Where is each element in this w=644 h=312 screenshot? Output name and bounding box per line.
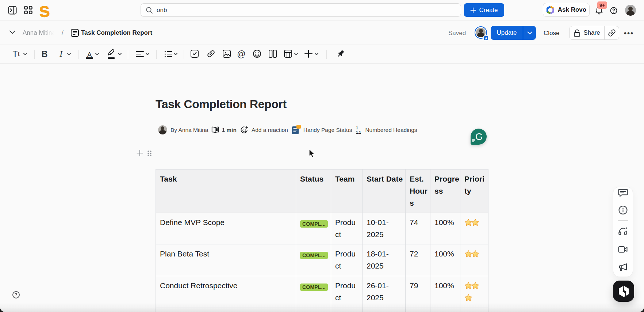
svg-text:1: 1	[356, 126, 358, 130]
svg-text:1.1: 1.1	[356, 130, 361, 134]
